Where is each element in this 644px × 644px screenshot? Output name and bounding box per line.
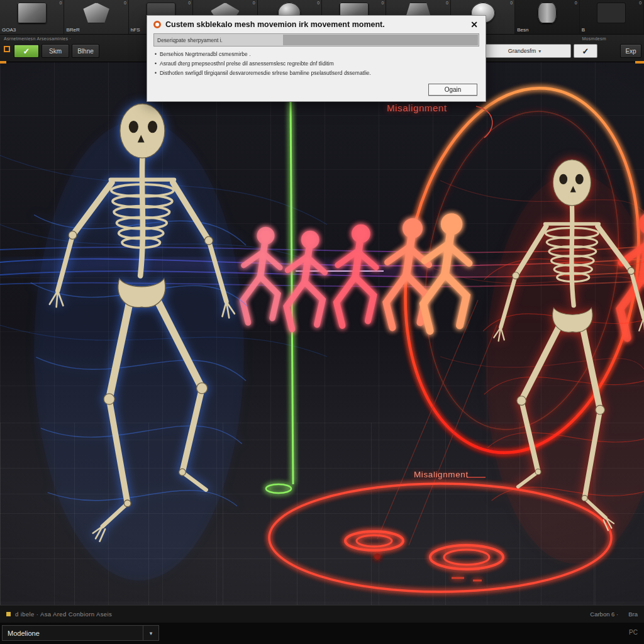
asset-count: 0: [253, 1, 255, 5]
asset-tile[interactable]: GOA30: [0, 0, 64, 34]
asset-thumbnail-icon: [538, 3, 557, 23]
asset-label: BReR: [66, 27, 79, 33]
dialog-ok-button[interactable]: Ogain: [428, 84, 477, 96]
dialog-bullet: Bersehios Negrtmeradbl csmesmirbe .: [160, 51, 251, 58]
3d-viewport[interactable]: Misalignment Misalignment: [0, 61, 644, 605]
toolbar-caption-right-b: Mosmdesm: [582, 36, 606, 41]
asset-label: GOA3: [2, 27, 16, 33]
dialog-title: Custem skblekalo mesh movemion irk movem…: [165, 20, 465, 29]
asset-count: 0: [188, 1, 191, 5]
asset-thumbnail-icon: [597, 3, 626, 23]
asset-count: 0: [510, 1, 513, 5]
blhne-button[interactable]: Blhne: [72, 44, 99, 58]
model-combo-value: Modelione: [3, 630, 143, 637]
model-combo-box[interactable]: Modelione ▾: [2, 625, 159, 641]
status-text-left: d ibele · Asa Ared Conbiorn Aseis: [15, 611, 112, 618]
bullet-icon: •: [155, 70, 157, 77]
dialog-bullet: Disthotlen swrligdl tlirgiqansil desvaro…: [160, 70, 371, 77]
status-text-right-b: Bra: [628, 611, 638, 618]
skm-button[interactable]: Skm: [42, 44, 69, 58]
asset-count: 0: [639, 1, 641, 5]
marker-icon: [4, 46, 10, 52]
chevron-down-icon: ▾: [143, 626, 158, 640]
misalignment-label-top: Misalignment: [387, 103, 447, 113]
status-text-right-a: Carbon 6 ·: [590, 611, 618, 618]
asset-tile[interactable]: BReR0: [64, 0, 128, 34]
asset-thumbnail-icon: [18, 3, 47, 23]
chevron-down-icon: ▾: [538, 48, 541, 54]
dialog-field-selection: [283, 35, 478, 45]
bottom-right-label: PC: [629, 629, 638, 636]
confirm-check-button[interactable]: ✓: [14, 44, 39, 58]
bottom-bar: Modelione ▾ PC: [0, 623, 644, 644]
asset-count: 0: [446, 1, 448, 5]
status-bar: d ibele · Asa Ared Conbiorn Aseis Carbon…: [0, 605, 644, 623]
asset-count: 0: [124, 1, 126, 5]
dialog-field-value: Deseriqpate sherpyament i.: [154, 37, 223, 43]
mode-select[interactable]: Grandesfm ▾: [478, 44, 571, 58]
asset-label: B: [582, 27, 585, 33]
dialog-warning-icon: [153, 21, 161, 28]
red-skeleton-mesh: [483, 135, 644, 602]
asset-thumbnail-icon: [82, 3, 111, 23]
asset-count: 0: [575, 1, 577, 5]
mode-select-value: Grandesfm: [508, 48, 536, 54]
close-icon[interactable]: ✕: [469, 19, 479, 30]
dialog-body-text: •Bersehios Negrtmeradbl csmesmirbe . •As…: [155, 51, 478, 77]
status-marker-icon: [6, 612, 11, 616]
bullet-icon: •: [155, 60, 157, 68]
asset-label: hFS: [131, 27, 140, 33]
misalignment-label-bottom: Misalignment: [414, 470, 469, 479]
asset-tile[interactable]: Besn0: [515, 0, 579, 34]
custom-mesh-dialog: Custem skblekalo mesh movemion irk movem…: [147, 15, 486, 102]
asset-count: 0: [382, 1, 384, 5]
asset-tile[interactable]: B0: [580, 0, 644, 34]
dialog-input-field[interactable]: Deseriqpate sherpyament i.: [153, 33, 479, 47]
blue-skeleton-mesh: [29, 86, 249, 605]
check-dropdown[interactable]: ✓: [574, 44, 597, 58]
asset-count: 0: [317, 1, 319, 5]
asset-count: 0: [60, 1, 62, 5]
asset-label: Besn: [517, 27, 528, 33]
exp-button[interactable]: Exp: [620, 44, 641, 58]
bullet-icon: •: [155, 51, 157, 58]
dialog-bullet: Asrautl dterg pmepseosthnl prelse dil as…: [160, 60, 334, 68]
toolbar-caption-left: Asrnetmeniesn Arseosaminies ·: [4, 36, 71, 41]
